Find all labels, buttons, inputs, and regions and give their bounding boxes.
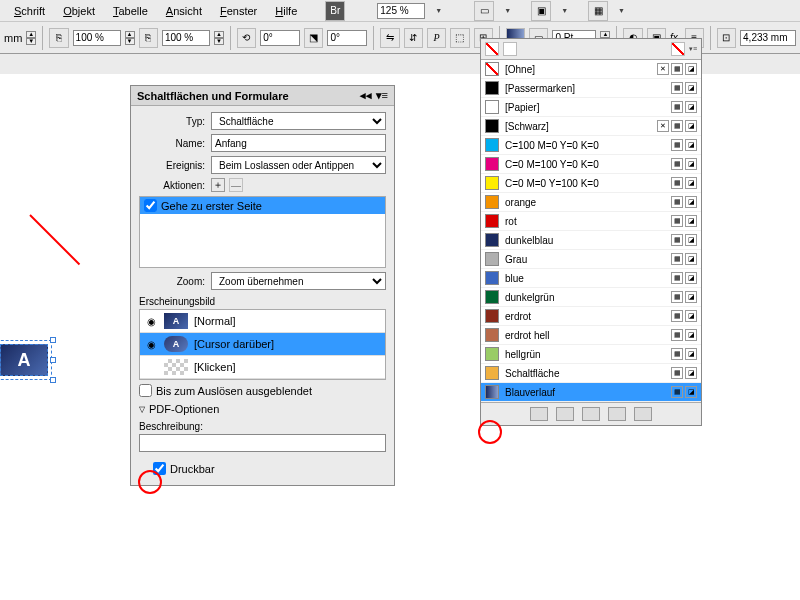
zoom-input[interactable] [377,3,425,19]
state-normal[interactable]: ◉A[Normal] [140,310,385,333]
swatch-row[interactable]: C=0 M=100 Y=0 K=0▦◪ [481,155,701,174]
colortype-icon: ◪ [685,101,697,113]
swatch-row[interactable]: erdrot▦◪ [481,307,701,326]
state-click[interactable]: [Klicken] [140,356,385,379]
swatch-row[interactable]: C=100 M=0 Y=0 K=0▦◪ [481,136,701,155]
swatch-chip [485,366,499,380]
flip-h-icon[interactable]: ⇋ [380,28,399,48]
menu-schrift[interactable]: Schrift [6,3,53,19]
action-item[interactable]: Gehe zu erster Seite [140,197,385,214]
colortype-icon: ◪ [685,158,697,170]
beschreibung-input[interactable] [139,434,386,452]
select-container-icon[interactable]: ⬚ [450,28,469,48]
menu-tabelle[interactable]: Tabelle [105,3,156,19]
none-icon[interactable] [671,42,685,56]
colormode-icon: ▦ [671,367,683,379]
swatch-row[interactable]: Grau▦◪ [481,250,701,269]
hidden-until-trigger-check[interactable] [139,384,152,397]
shear-input[interactable] [327,30,367,46]
zoom-dropdown-icon[interactable]: ▼ [427,5,450,16]
fit-frame-icon[interactable]: ⊡ [717,28,736,48]
menu-objekt[interactable]: Objekt [55,3,103,19]
arrange-icon[interactable]: ▦ [588,1,608,21]
menu-fenster[interactable]: Fenster [212,3,265,19]
pdf-options-section[interactable]: PDF-Optionen [139,403,386,415]
right-num-input[interactable] [740,30,796,46]
swatch-row[interactable]: orange▦◪ [481,193,701,212]
colortype-icon: ◪ [685,120,697,132]
colormode-icon: ▦ [671,329,683,341]
show-color-icon[interactable] [556,407,574,421]
name-input[interactable] [211,134,386,152]
swatch-row[interactable]: Schaltfläche▦◪ [481,364,701,383]
state-thumb [164,359,188,375]
screen-mode-icon[interactable]: ▣ [531,1,551,21]
new-swatch-icon[interactable] [608,407,626,421]
show-all-icon[interactable] [530,407,548,421]
swatch-name: [Papier] [505,102,665,113]
link-icon[interactable]: ⎘ [139,28,158,48]
ereignis-select[interactable]: Beim Loslassen oder Antippen [211,156,386,174]
dropdown-icon[interactable]: ▼ [610,5,633,16]
swatch-row[interactable]: dunkelgrün▦◪ [481,288,701,307]
swatch-chip [485,271,499,285]
visibility-icon[interactable]: ◉ [144,316,158,327]
remove-action-icon[interactable]: — [229,178,243,192]
bridge-icon[interactable]: Br [325,1,345,21]
scale-x-input[interactable] [73,30,121,46]
colortype-icon: ◪ [685,386,697,398]
druckbar-check[interactable] [153,462,166,475]
swatch-row[interactable]: erdrot hell▦◪ [481,326,701,345]
swatch-row[interactable]: hellgrün▦◪ [481,345,701,364]
menu-hilfe[interactable]: Hilfe [267,3,305,19]
delete-swatch-icon[interactable] [634,407,652,421]
swatch-row[interactable]: [Schwarz]✕▦◪ [481,117,701,136]
swatch-chip [485,81,499,95]
button-object-a[interactable]: A [0,344,48,376]
none-swatch-icon[interactable] [485,42,499,56]
swatch-row[interactable]: [Papier]▦◪ [481,98,701,117]
colortype-icon: ◪ [685,196,697,208]
dropdown-icon[interactable]: ▼ [553,5,576,16]
rotation-input[interactable] [260,30,300,46]
zoom-select[interactable]: Zoom übernehmen [211,272,386,290]
actions-list[interactable]: Gehe zu erster Seite [139,196,386,268]
state-rollover[interactable]: ◉A[Cursor darüber] [140,333,385,356]
dropdown-icon[interactable]: ▼ [496,5,519,16]
panel-menu-icon[interactable]: ▾≡ [689,45,697,53]
link-icon[interactable]: ⎘ [49,28,68,48]
colortype-icon: ◪ [685,253,697,265]
view-mode-icon[interactable]: ▭ [474,1,494,21]
rotate-icon[interactable]: ⟲ [237,28,256,48]
paragraph-icon[interactable]: P [427,28,446,48]
menu-ansicht[interactable]: Ansicht [158,3,210,19]
scale-y-input[interactable] [162,30,210,46]
panel-titlebar[interactable]: Schaltflächen und Formulare ◂◂ ▾≡ [131,86,394,106]
swatch-row[interactable]: dunkelblau▦◪ [481,231,701,250]
swatches-list[interactable]: [Ohne]✕▦◪[Passermarken]▦◪[Papier]▦◪[Schw… [481,60,701,402]
swatch-row[interactable]: [Ohne]✕▦◪ [481,60,701,79]
state-thumb: A [164,313,188,329]
action-check[interactable] [144,199,157,212]
colortype-icon: ◪ [685,177,697,189]
swatch-row[interactable]: [Passermarken]▦◪ [481,79,701,98]
swatch-name: [Passermarken] [505,83,665,94]
swatch-name: [Schwarz] [505,121,651,132]
colormode-icon: ▦ [671,63,683,75]
shear-icon[interactable]: ⬔ [304,28,323,48]
add-action-icon[interactable]: ＋ [211,178,225,192]
colormode-icon: ▦ [671,291,683,303]
panel-menu-icon[interactable]: ▾≡ [376,89,388,102]
flip-v-icon[interactable]: ⇵ [404,28,423,48]
swatch-row[interactable]: blue▦◪ [481,269,701,288]
swatch-row[interactable]: C=0 M=0 Y=100 K=0▦◪ [481,174,701,193]
stroke-swatch-icon[interactable] [503,42,517,56]
visibility-icon[interactable]: ◉ [144,339,158,350]
show-gradient-icon[interactable] [582,407,600,421]
colormode-icon: ▦ [671,120,683,132]
colormode-icon: ▦ [671,139,683,151]
swatch-row[interactable]: rot▦◪ [481,212,701,231]
panel-collapse-icon[interactable]: ◂◂ [360,89,372,102]
swatch-row[interactable]: Blauverlauf▦◪ [481,383,701,402]
typ-select[interactable]: Schaltfläche [211,112,386,130]
